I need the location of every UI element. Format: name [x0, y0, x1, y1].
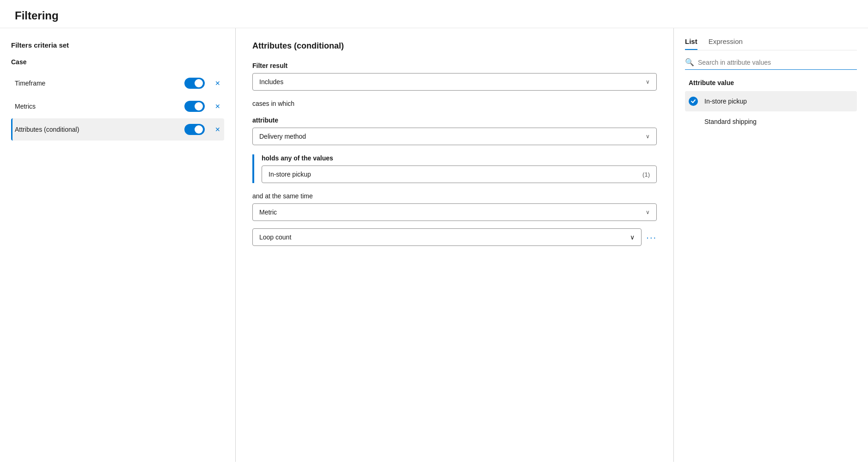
- tab-row: List Expression: [685, 37, 857, 50]
- cases-in-which-label: cases in which: [252, 100, 657, 107]
- filter-result-chevron-icon: ∨: [646, 79, 650, 85]
- filter-result-value: Includes: [259, 78, 283, 86]
- attributes-close-icon[interactable]: ✕: [215, 126, 220, 133]
- metric-dropdown[interactable]: Metric ∨: [252, 203, 657, 221]
- holds-label: holds any of the values: [262, 154, 657, 162]
- filter-result-label: Filter result: [252, 62, 657, 69]
- holds-count: (1): [642, 171, 650, 178]
- middle-panel-title: Attributes (conditional): [252, 41, 657, 51]
- middle-panel: Attributes (conditional) Filter result I…: [236, 28, 674, 462]
- right-panel: List Expression 🔍 Attribute value In-sto…: [674, 28, 868, 462]
- left-panel: Filters criteria set Case Timeframe ✕ Me…: [0, 28, 236, 462]
- search-icon: 🔍: [685, 58, 694, 67]
- attribute-label: attribute: [252, 116, 657, 124]
- attribute-section: attribute Delivery method ∨: [252, 116, 657, 145]
- check-circle-icon: [689, 97, 698, 106]
- sidebar-item-attributes[interactable]: Attributes (conditional) ✕: [11, 118, 224, 141]
- attribute-value-header: Attribute value: [685, 79, 857, 86]
- search-row: 🔍: [685, 58, 857, 70]
- tab-expression[interactable]: Expression: [709, 37, 743, 50]
- more-options-icon[interactable]: ···: [646, 232, 657, 243]
- page-title: Filtering: [0, 0, 868, 28]
- attr-label-in-store-pickup: In-store pickup: [704, 98, 747, 105]
- metric-value: Metric: [259, 208, 277, 216]
- attributes-toggle[interactable]: [184, 124, 205, 135]
- sidebar-item-metrics[interactable]: Metrics ✕: [11, 95, 224, 117]
- timeframe-toggle[interactable]: [184, 78, 205, 89]
- attribute-chevron-icon: ∨: [646, 133, 650, 140]
- same-time-section: and at the same time Metric ∨ Loop count…: [252, 192, 657, 246]
- holds-values-field[interactable]: In-store pickup (1): [262, 166, 657, 183]
- filter-result-dropdown[interactable]: Includes ∨: [252, 73, 657, 91]
- cases-in-which-section: cases in which: [252, 100, 657, 107]
- attr-label-standard-shipping: Standard shipping: [704, 118, 757, 125]
- attributes-label: Attributes (conditional): [15, 126, 184, 133]
- timeframe-label: Timeframe: [15, 80, 184, 87]
- attr-item-spacer: [689, 117, 698, 126]
- metrics-label: Metrics: [15, 103, 184, 110]
- holds-value: In-store pickup: [269, 171, 311, 178]
- loop-count-value: Loop count: [259, 233, 291, 241]
- metric-chevron-icon: ∨: [646, 209, 650, 215]
- filter-result-section: Filter result Includes ∨: [252, 62, 657, 91]
- loop-count-dropdown[interactable]: Loop count ∨: [252, 228, 642, 246]
- metrics-toggle[interactable]: [184, 101, 205, 112]
- tab-list[interactable]: List: [685, 37, 697, 50]
- loop-count-chevron-icon: ∨: [630, 233, 635, 241]
- search-input[interactable]: [698, 59, 857, 66]
- criteria-category: Case: [11, 58, 224, 66]
- attr-item-standard-shipping[interactable]: Standard shipping: [685, 111, 857, 132]
- timeframe-close-icon[interactable]: ✕: [215, 80, 220, 87]
- attr-item-in-store-pickup[interactable]: In-store pickup: [685, 91, 857, 111]
- holds-values-section: holds any of the values In-store pickup …: [252, 154, 657, 183]
- loop-count-row: Loop count ∨ ···: [252, 228, 657, 246]
- sidebar-item-timeframe[interactable]: Timeframe ✕: [11, 72, 224, 94]
- attribute-value: Delivery method: [259, 133, 306, 140]
- filters-criteria-title: Filters criteria set: [11, 41, 224, 49]
- same-time-label: and at the same time: [252, 192, 657, 200]
- attribute-dropdown[interactable]: Delivery method ∨: [252, 128, 657, 145]
- metrics-close-icon[interactable]: ✕: [215, 103, 220, 110]
